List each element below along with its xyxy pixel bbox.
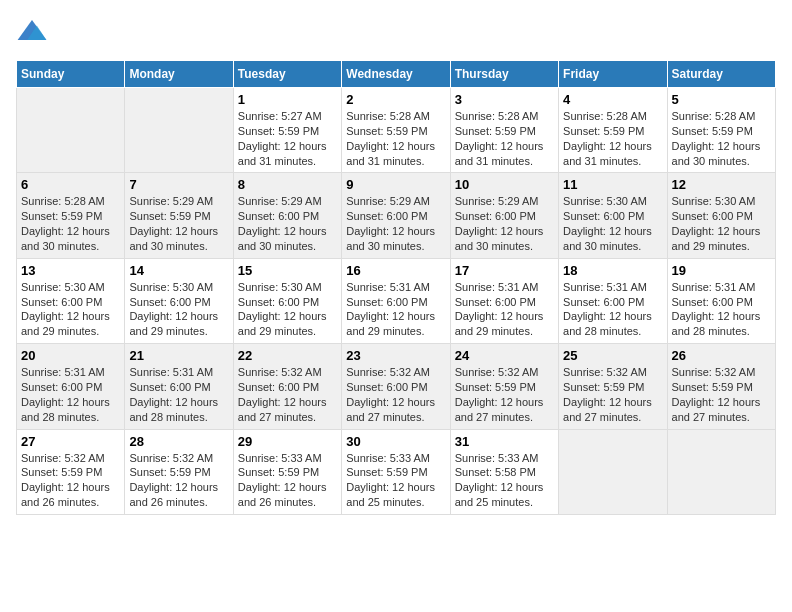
day-number: 20 [21, 348, 120, 363]
page-header [16, 16, 776, 48]
sunset-text: Sunset: 6:00 PM [672, 296, 753, 308]
calendar-cell: 20Sunrise: 5:31 AMSunset: 6:00 PMDayligh… [17, 344, 125, 429]
sunset-text: Sunset: 5:59 PM [346, 125, 427, 137]
sunrise-text: Sunrise: 5:33 AM [346, 452, 430, 464]
cell-content: Sunrise: 5:31 AMSunset: 6:00 PMDaylight:… [129, 365, 228, 424]
sunrise-text: Sunrise: 5:31 AM [672, 281, 756, 293]
cell-content: Sunrise: 5:27 AMSunset: 5:59 PMDaylight:… [238, 109, 337, 168]
cell-content: Sunrise: 5:32 AMSunset: 5:59 PMDaylight:… [672, 365, 771, 424]
sunset-text: Sunset: 6:00 PM [21, 296, 102, 308]
day-number: 31 [455, 434, 554, 449]
calendar-week-row: 6Sunrise: 5:28 AMSunset: 5:59 PMDaylight… [17, 173, 776, 258]
daylight-text: Daylight: 12 hours and 27 minutes. [455, 396, 544, 423]
calendar-cell: 30Sunrise: 5:33 AMSunset: 5:59 PMDayligh… [342, 429, 450, 514]
sunrise-text: Sunrise: 5:32 AM [455, 366, 539, 378]
cell-content: Sunrise: 5:31 AMSunset: 6:00 PMDaylight:… [346, 280, 445, 339]
sunset-text: Sunset: 6:00 PM [129, 296, 210, 308]
sunset-text: Sunset: 6:00 PM [563, 210, 644, 222]
sunrise-text: Sunrise: 5:29 AM [455, 195, 539, 207]
daylight-text: Daylight: 12 hours and 28 minutes. [563, 310, 652, 337]
calendar-header-row: SundayMondayTuesdayWednesdayThursdayFrid… [17, 61, 776, 88]
sunrise-text: Sunrise: 5:33 AM [238, 452, 322, 464]
daylight-text: Daylight: 12 hours and 25 minutes. [455, 481, 544, 508]
calendar-cell: 2Sunrise: 5:28 AMSunset: 5:59 PMDaylight… [342, 88, 450, 173]
calendar-cell: 31Sunrise: 5:33 AMSunset: 5:58 PMDayligh… [450, 429, 558, 514]
daylight-text: Daylight: 12 hours and 28 minutes. [129, 396, 218, 423]
day-number: 21 [129, 348, 228, 363]
day-number: 9 [346, 177, 445, 192]
calendar-cell: 15Sunrise: 5:30 AMSunset: 6:00 PMDayligh… [233, 258, 341, 343]
sunset-text: Sunset: 5:59 PM [563, 381, 644, 393]
calendar-week-row: 13Sunrise: 5:30 AMSunset: 6:00 PMDayligh… [17, 258, 776, 343]
sunrise-text: Sunrise: 5:30 AM [238, 281, 322, 293]
day-header-saturday: Saturday [667, 61, 775, 88]
daylight-text: Daylight: 12 hours and 31 minutes. [346, 140, 435, 167]
sunset-text: Sunset: 5:59 PM [129, 210, 210, 222]
daylight-text: Daylight: 12 hours and 27 minutes. [346, 396, 435, 423]
sunset-text: Sunset: 5:59 PM [129, 466, 210, 478]
sunset-text: Sunset: 5:59 PM [238, 125, 319, 137]
calendar-cell: 23Sunrise: 5:32 AMSunset: 6:00 PMDayligh… [342, 344, 450, 429]
sunset-text: Sunset: 5:59 PM [672, 125, 753, 137]
sunrise-text: Sunrise: 5:28 AM [672, 110, 756, 122]
daylight-text: Daylight: 12 hours and 30 minutes. [346, 225, 435, 252]
day-header-wednesday: Wednesday [342, 61, 450, 88]
daylight-text: Daylight: 12 hours and 29 minutes. [238, 310, 327, 337]
sunrise-text: Sunrise: 5:31 AM [21, 366, 105, 378]
sunrise-text: Sunrise: 5:31 AM [563, 281, 647, 293]
sunrise-text: Sunrise: 5:29 AM [129, 195, 213, 207]
calendar-table: SundayMondayTuesdayWednesdayThursdayFrid… [16, 60, 776, 515]
sunset-text: Sunset: 5:59 PM [455, 381, 536, 393]
daylight-text: Daylight: 12 hours and 25 minutes. [346, 481, 435, 508]
calendar-cell [17, 88, 125, 173]
day-number: 6 [21, 177, 120, 192]
calendar-week-row: 1Sunrise: 5:27 AMSunset: 5:59 PMDaylight… [17, 88, 776, 173]
sunset-text: Sunset: 5:58 PM [455, 466, 536, 478]
cell-content: Sunrise: 5:32 AMSunset: 5:59 PMDaylight:… [21, 451, 120, 510]
day-number: 3 [455, 92, 554, 107]
sunset-text: Sunset: 5:59 PM [21, 210, 102, 222]
calendar-cell: 13Sunrise: 5:30 AMSunset: 6:00 PMDayligh… [17, 258, 125, 343]
calendar-cell: 21Sunrise: 5:31 AMSunset: 6:00 PMDayligh… [125, 344, 233, 429]
calendar-cell: 17Sunrise: 5:31 AMSunset: 6:00 PMDayligh… [450, 258, 558, 343]
day-number: 29 [238, 434, 337, 449]
cell-content: Sunrise: 5:31 AMSunset: 6:00 PMDaylight:… [455, 280, 554, 339]
sunrise-text: Sunrise: 5:30 AM [563, 195, 647, 207]
day-header-tuesday: Tuesday [233, 61, 341, 88]
sunrise-text: Sunrise: 5:31 AM [129, 366, 213, 378]
sunrise-text: Sunrise: 5:30 AM [672, 195, 756, 207]
calendar-cell [559, 429, 667, 514]
sunset-text: Sunset: 6:00 PM [238, 296, 319, 308]
daylight-text: Daylight: 12 hours and 27 minutes. [563, 396, 652, 423]
calendar-week-row: 27Sunrise: 5:32 AMSunset: 5:59 PMDayligh… [17, 429, 776, 514]
daylight-text: Daylight: 12 hours and 29 minutes. [672, 225, 761, 252]
daylight-text: Daylight: 12 hours and 29 minutes. [346, 310, 435, 337]
sunset-text: Sunset: 6:00 PM [346, 296, 427, 308]
sunrise-text: Sunrise: 5:32 AM [346, 366, 430, 378]
sunset-text: Sunset: 6:00 PM [346, 210, 427, 222]
day-number: 17 [455, 263, 554, 278]
cell-content: Sunrise: 5:28 AMSunset: 5:59 PMDaylight:… [563, 109, 662, 168]
cell-content: Sunrise: 5:29 AMSunset: 6:00 PMDaylight:… [455, 194, 554, 253]
cell-content: Sunrise: 5:31 AMSunset: 6:00 PMDaylight:… [21, 365, 120, 424]
cell-content: Sunrise: 5:33 AMSunset: 5:58 PMDaylight:… [455, 451, 554, 510]
daylight-text: Daylight: 12 hours and 27 minutes. [238, 396, 327, 423]
sunrise-text: Sunrise: 5:32 AM [672, 366, 756, 378]
day-number: 18 [563, 263, 662, 278]
calendar-week-row: 20Sunrise: 5:31 AMSunset: 6:00 PMDayligh… [17, 344, 776, 429]
sunrise-text: Sunrise: 5:28 AM [563, 110, 647, 122]
day-header-friday: Friday [559, 61, 667, 88]
day-number: 19 [672, 263, 771, 278]
calendar-cell: 26Sunrise: 5:32 AMSunset: 5:59 PMDayligh… [667, 344, 775, 429]
calendar-cell: 14Sunrise: 5:30 AMSunset: 6:00 PMDayligh… [125, 258, 233, 343]
cell-content: Sunrise: 5:33 AMSunset: 5:59 PMDaylight:… [238, 451, 337, 510]
sunrise-text: Sunrise: 5:28 AM [455, 110, 539, 122]
sunrise-text: Sunrise: 5:33 AM [455, 452, 539, 464]
day-number: 5 [672, 92, 771, 107]
cell-content: Sunrise: 5:33 AMSunset: 5:59 PMDaylight:… [346, 451, 445, 510]
calendar-cell: 27Sunrise: 5:32 AMSunset: 5:59 PMDayligh… [17, 429, 125, 514]
sunset-text: Sunset: 6:00 PM [455, 210, 536, 222]
daylight-text: Daylight: 12 hours and 31 minutes. [238, 140, 327, 167]
day-number: 2 [346, 92, 445, 107]
daylight-text: Daylight: 12 hours and 30 minutes. [238, 225, 327, 252]
